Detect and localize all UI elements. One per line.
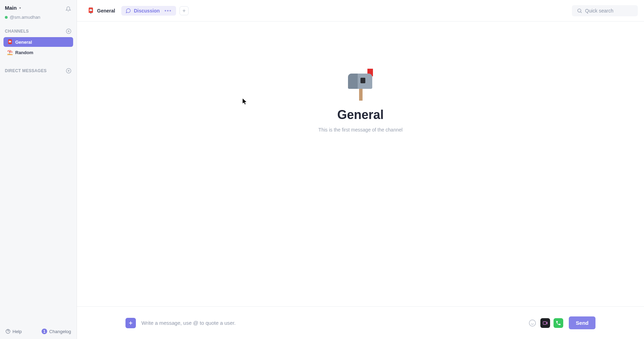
svg-point-14: [529, 320, 536, 326]
mouse-cursor: [243, 99, 247, 105]
section-channels-header: CHANNELS: [0, 25, 77, 37]
mailbox-icon: 📮: [87, 7, 94, 14]
composer-actions: Send: [528, 316, 595, 329]
changelog-badge: 1: [42, 329, 47, 334]
status-online-dot: [5, 16, 8, 19]
plus-icon: [182, 8, 186, 13]
phone-button[interactable]: [554, 318, 563, 328]
help-button[interactable]: Help: [6, 329, 22, 334]
workspace-name-label: Main: [5, 5, 17, 11]
sidebar-item-label: General: [15, 40, 32, 45]
plus-circle-icon: [66, 28, 72, 34]
help-icon: [6, 329, 10, 334]
chevron-down-icon: [18, 6, 22, 10]
sidebar-header: Main: [0, 0, 77, 15]
user-handle-label: @sm.amudhan: [10, 15, 40, 20]
svg-point-10: [578, 9, 581, 12]
topbar: 📮 General Discussion ••• Quick search: [77, 0, 644, 22]
mailbox-illustration: [347, 70, 374, 101]
tab-discussion[interactable]: Discussion •••: [121, 6, 176, 16]
emoji-picker-button[interactable]: [528, 319, 537, 328]
search-icon: [577, 8, 582, 14]
message-input[interactable]: [141, 320, 528, 326]
channel-empty-state: General This is the first message of the…: [77, 22, 644, 306]
channel-subtitle: This is the first message of the channel: [319, 127, 403, 133]
phone-icon: [556, 320, 561, 326]
sidebar-item-label: Random: [15, 50, 33, 55]
send-button[interactable]: Send: [569, 316, 595, 329]
section-dm-header: DIRECT MESSAGES: [0, 64, 77, 77]
section-dm-label: DIRECT MESSAGES: [5, 68, 47, 73]
add-channel-button[interactable]: [66, 28, 72, 34]
svg-rect-17: [543, 322, 546, 324]
whereby-button[interactable]: [540, 318, 550, 328]
sidebar-footer: Help 1 Changelog: [0, 324, 77, 339]
smile-icon: [529, 319, 536, 327]
section-channels-label: CHANNELS: [5, 29, 29, 34]
svg-line-11: [581, 12, 582, 13]
sidebar-item-general[interactable]: 📮 General: [3, 37, 73, 47]
channel-title: General: [337, 108, 384, 122]
attach-button[interactable]: [125, 318, 136, 328]
composer: Send: [77, 306, 644, 339]
notifications-button[interactable]: [64, 5, 72, 13]
tab-general[interactable]: 📮 General: [83, 5, 119, 16]
bell-icon: [66, 6, 71, 12]
current-user[interactable]: @sm.amudhan: [0, 15, 77, 25]
add-dm-button[interactable]: [66, 68, 72, 74]
whereby-icon: [542, 320, 548, 326]
umbrella-icon: ⛱️: [7, 50, 12, 55]
add-tab-button[interactable]: [180, 6, 189, 15]
sidebar-item-random[interactable]: ⛱️ Random: [3, 48, 73, 57]
mailbox-icon: 📮: [7, 39, 12, 45]
changelog-button[interactable]: 1 Changelog: [42, 329, 71, 334]
workspace-switcher[interactable]: Main: [5, 5, 22, 11]
tab-label: General: [97, 8, 115, 14]
more-icon[interactable]: •••: [165, 8, 172, 14]
tab-label: Discussion: [134, 8, 160, 14]
sidebar: Main @sm.amudhan CHANNELS 📮 General ⛱️ R…: [0, 0, 77, 339]
chat-icon: [125, 8, 131, 14]
quick-search[interactable]: Quick search: [572, 5, 638, 16]
main-area: 📮 General Discussion ••• Quick search Ge…: [77, 0, 644, 339]
plus-icon: [128, 320, 133, 326]
channel-list: 📮 General ⛱️ Random: [0, 37, 77, 58]
help-label: Help: [12, 329, 22, 334]
search-placeholder-label: Quick search: [585, 8, 613, 14]
plus-circle-icon: [66, 68, 72, 74]
changelog-label: Changelog: [49, 329, 71, 334]
